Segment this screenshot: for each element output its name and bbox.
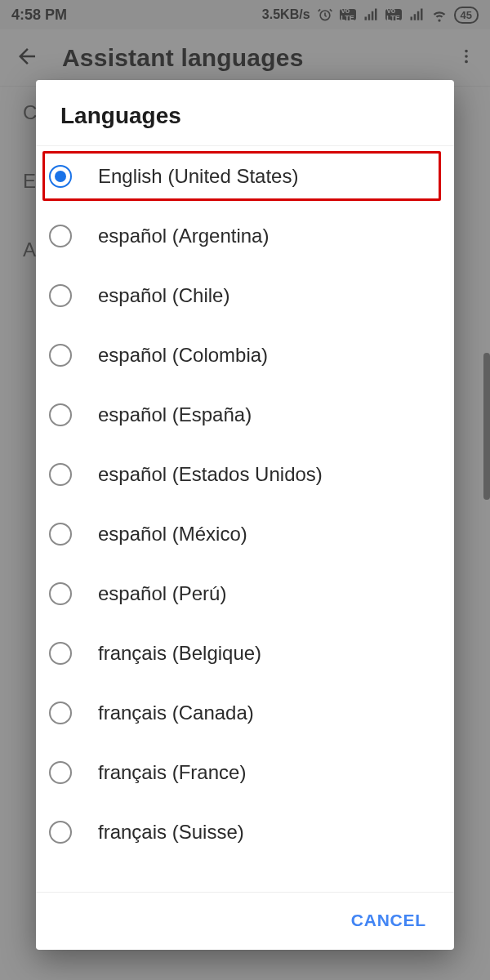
scrollbar[interactable] [483, 353, 490, 500]
language-label: español (Colombia) [98, 344, 268, 367]
radio-icon[interactable] [49, 582, 72, 605]
language-label: English (United States) [98, 165, 298, 188]
radio-icon[interactable] [49, 702, 72, 724]
language-label: español (Argentina) [98, 225, 269, 247]
language-label: español (México) [98, 523, 247, 546]
language-option[interactable]: français (Canada) [36, 683, 454, 742]
language-option[interactable]: English (United States) [36, 146, 454, 206]
language-option[interactable]: français (France) [36, 742, 454, 802]
language-option[interactable]: español (México) [36, 504, 454, 564]
language-option[interactable]: español (Argentina) [36, 206, 454, 265]
radio-icon[interactable] [49, 165, 72, 188]
language-label: français (Belgique) [98, 642, 261, 665]
dialog-actions: CANCEL [36, 892, 454, 950]
radio-icon[interactable] [49, 642, 72, 665]
language-label: español (Chile) [98, 284, 229, 307]
language-option[interactable]: français (Belgique) [36, 623, 454, 683]
language-label: français (Canada) [98, 702, 254, 724]
language-option[interactable]: français (Suisse) [36, 802, 454, 862]
cancel-button[interactable]: CANCEL [351, 911, 426, 930]
radio-icon[interactable] [49, 225, 72, 247]
language-list[interactable]: English (United States)español (Argentin… [36, 146, 454, 892]
radio-icon[interactable] [49, 821, 72, 844]
languages-dialog: Languages English (United States)español… [36, 80, 454, 950]
dialog-title: Languages [36, 80, 454, 146]
language-label: español (Estados Unidos) [98, 463, 323, 486]
radio-icon[interactable] [49, 344, 72, 367]
radio-icon[interactable] [49, 284, 72, 307]
language-option[interactable]: español (Colombia) [36, 325, 454, 385]
language-option[interactable]: español (España) [36, 385, 454, 444]
language-label: español (España) [98, 403, 252, 426]
radio-icon[interactable] [49, 463, 72, 486]
language-label: español (Perú) [98, 582, 226, 605]
radio-icon[interactable] [49, 761, 72, 784]
radio-icon[interactable] [49, 523, 72, 546]
language-label: français (France) [98, 761, 246, 784]
language-option[interactable]: español (Perú) [36, 564, 454, 623]
language-option[interactable]: español (Estados Unidos) [36, 444, 454, 504]
language-option[interactable]: español (Chile) [36, 265, 454, 325]
language-label: français (Suisse) [98, 821, 244, 844]
radio-icon[interactable] [49, 403, 72, 426]
